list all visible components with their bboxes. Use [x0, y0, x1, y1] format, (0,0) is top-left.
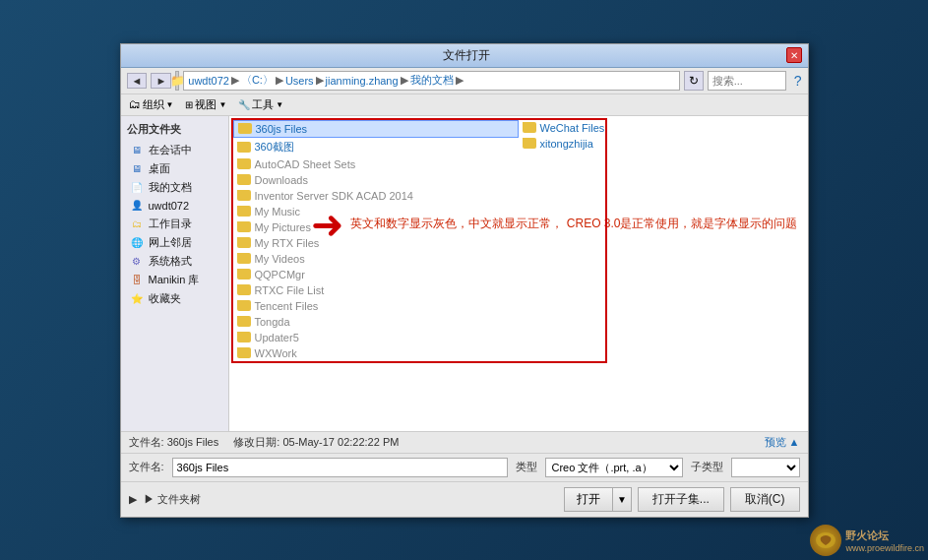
- refresh-button[interactable]: ↻: [684, 71, 704, 91]
- folder-icon-autocad: [237, 158, 251, 169]
- type-form-select[interactable]: Creo 文件（.prt, .a）: [545, 458, 683, 477]
- sidebar-item-mydoc[interactable]: 📄 我的文档: [125, 178, 224, 197]
- file-item-autocad[interactable]: AutoCAD Sheet Sets: [233, 156, 519, 172]
- file-label-autocad: AutoCAD Sheet Sets: [255, 158, 356, 170]
- folder-icon-videos: [237, 253, 251, 264]
- user-icon: 👤: [129, 199, 145, 213]
- file-item-music[interactable]: My Music: [233, 204, 519, 219]
- organize-group: 🗂 组织 ▼: [129, 97, 174, 112]
- sidebar-label-desktop: 桌面: [149, 161, 170, 176]
- back-button[interactable]: ◄: [127, 73, 148, 89]
- bottom-info: 文件名: 360js Files 修改日期: 05-May-17 02:22:2…: [121, 431, 808, 453]
- file-item-wechat[interactable]: WeChat Files: [519, 120, 804, 136]
- view-dropdown[interactable]: ▼: [218, 100, 226, 109]
- open-dropdown-button[interactable]: ▼: [612, 487, 632, 512]
- cancel-button[interactable]: 取消(C): [730, 487, 800, 512]
- file-item-tongda[interactable]: Tongda: [233, 314, 519, 330]
- watermark-text-group: 野火论坛 www.proewildfire.cn: [845, 529, 924, 553]
- filename-form-label: 文件名:: [129, 460, 164, 474]
- file-item-360cap[interactable]: 360截图: [233, 138, 519, 156]
- subtype-form-select[interactable]: [731, 458, 800, 477]
- file-label-rtx: My RTX Files: [255, 237, 320, 249]
- open-button[interactable]: 打开: [564, 487, 612, 512]
- subtype-form-label: 子类型: [691, 460, 723, 474]
- file-item-pictures[interactable]: My Pictures: [233, 219, 519, 235]
- file-open-dialog: 文件打开 ✕ ◄ ► 📁 uwdt072 ▶ 〈C:〉 ▶ Users ▶ ji…: [120, 43, 809, 518]
- file-label-wxwork: WXWork: [255, 347, 297, 359]
- favorites-icon: ⭐: [129, 291, 145, 305]
- monitor-icon: 🖥: [129, 143, 145, 156]
- search-input[interactable]: [708, 71, 786, 91]
- folder-icon-music: [237, 206, 251, 217]
- watermark-site: www.proewildfire.cn: [845, 543, 924, 553]
- network-icon: 🌐: [129, 235, 145, 249]
- file-item-videos[interactable]: My Videos: [233, 251, 519, 267]
- path-segment-4: jianming.zhang: [326, 75, 399, 87]
- folder-icon-pictures: [237, 221, 251, 232]
- filename-form-input[interactable]: [172, 458, 508, 477]
- tools-label: 工具: [252, 97, 274, 112]
- path-segment-5: 我的文档: [410, 73, 454, 88]
- file-item-rtxclist[interactable]: RTXC File List: [233, 282, 519, 298]
- open-subset-button[interactable]: 打开子集...: [638, 487, 724, 512]
- toolbar: ◄ ► 📁 uwdt072 ▶ 〈C:〉 ▶ Users ▶ jianming.…: [121, 68, 808, 94]
- sidebar-item-user[interactable]: 👤 uwdt072: [125, 197, 224, 215]
- file-info: 文件名: 360js Files 修改日期: 05-May-17 02:22:2…: [129, 435, 400, 450]
- file-item-wxwork[interactable]: WXWork: [233, 345, 519, 361]
- file-list-wrapper: 360js Files 360截图 AutoCAD Sheet Sets: [229, 116, 808, 431]
- sidebar-label-user: uwdt072: [149, 200, 190, 212]
- file-label-360cap: 360截图: [255, 140, 294, 155]
- file-columns: 360js Files 360截图 AutoCAD Sheet Sets: [233, 120, 804, 361]
- folder-icon-wechat: [523, 122, 536, 133]
- organize-dropdown[interactable]: ▼: [166, 100, 174, 109]
- form-row: 文件名: 类型 Creo 文件（.prt, .a） 子类型: [121, 453, 808, 481]
- forward-button[interactable]: ►: [151, 73, 171, 89]
- file-item-inventor[interactable]: Inventor Server SDK ACAD 2014: [233, 188, 519, 204]
- tools-dropdown[interactable]: ▼: [276, 100, 283, 109]
- sidebar-item-network[interactable]: 🌐 网上邻居: [125, 233, 224, 252]
- path-bar[interactable]: uwdt072 ▶ 〈C:〉 ▶ Users ▶ jianming.zhang …: [183, 71, 679, 91]
- file-label-qqpc: QQPCMgr: [255, 269, 305, 280]
- path-segment-3: Users: [285, 75, 314, 87]
- file-item-360js[interactable]: 360js Files: [233, 120, 519, 138]
- file-panel: 360js Files 360截图 AutoCAD Sheet Sets: [229, 116, 808, 431]
- help-button[interactable]: ?: [794, 73, 802, 89]
- file-grid: 360js Files 360截图 AutoCAD Sheet Sets: [229, 116, 808, 365]
- manikin-icon: 🗄: [129, 273, 145, 286]
- type-form-label: 类型: [516, 460, 537, 474]
- folder-tree-toggle[interactable]: ▶ ▶ 文件夹树: [129, 492, 558, 507]
- file-label-pictures: My Pictures: [255, 221, 311, 233]
- footer-row: ▶ ▶ 文件夹树 打开 ▼ 打开子集... 取消(C) 野火论坛 www.pro…: [121, 481, 808, 517]
- folder-icon-tencent: [237, 300, 251, 311]
- folder-icon-wxwork: [237, 347, 251, 358]
- sidebar-item-favorites[interactable]: ⭐ 收藏夹: [125, 289, 224, 308]
- file-item-xitong[interactable]: xitongzhijia: [519, 136, 804, 152]
- file-label-videos: My Videos: [255, 253, 305, 265]
- folder-icon: 📁: [175, 71, 179, 91]
- folder-icon-tongda: [237, 316, 251, 327]
- file-label-inventor: Inventor Server SDK ACAD 2014: [255, 190, 413, 202]
- sidebar-label-manikin: Manikin 库: [149, 273, 200, 287]
- sidebar-item-desktop[interactable]: 🖥 桌面: [125, 159, 224, 178]
- file-item-rtx[interactable]: My RTX Files: [233, 235, 519, 251]
- folder-icon-qqpc: [237, 269, 251, 280]
- sidebar-item-workdir[interactable]: 🗂 工作目录: [125, 215, 224, 233]
- sidebar-item-manikin[interactable]: 🗄 Manikin 库: [125, 271, 224, 289]
- workdir-icon: 🗂: [129, 217, 145, 230]
- file-label-360js: 360js Files: [256, 123, 308, 135]
- folder-icon-downloads: [237, 174, 251, 185]
- sidebar-item-session[interactable]: 🖥 在会话中: [125, 141, 224, 159]
- file-item-updater[interactable]: Updater5: [233, 330, 519, 345]
- sidebar-item-sysformat[interactable]: ⚙ 系统格式: [125, 252, 224, 271]
- path-segment-1: uwdt072: [188, 75, 229, 87]
- file-item-qqpc[interactable]: QQPCMgr: [233, 267, 519, 282]
- sidebar-label-session: 在会话中: [149, 143, 192, 157]
- filename-info-value: 360js Files: [167, 436, 219, 448]
- view-group: ⊞ 视图 ▼: [185, 97, 226, 112]
- close-button[interactable]: ✕: [786, 47, 802, 63]
- preview-button[interactable]: 预览 ▲: [765, 435, 800, 450]
- file-item-tencent[interactable]: Tencent Files: [233, 298, 519, 314]
- file-item-downloads[interactable]: Downloads: [233, 172, 519, 188]
- watermark-logo: [810, 525, 841, 556]
- open-button-group: 打开 ▼: [564, 487, 632, 512]
